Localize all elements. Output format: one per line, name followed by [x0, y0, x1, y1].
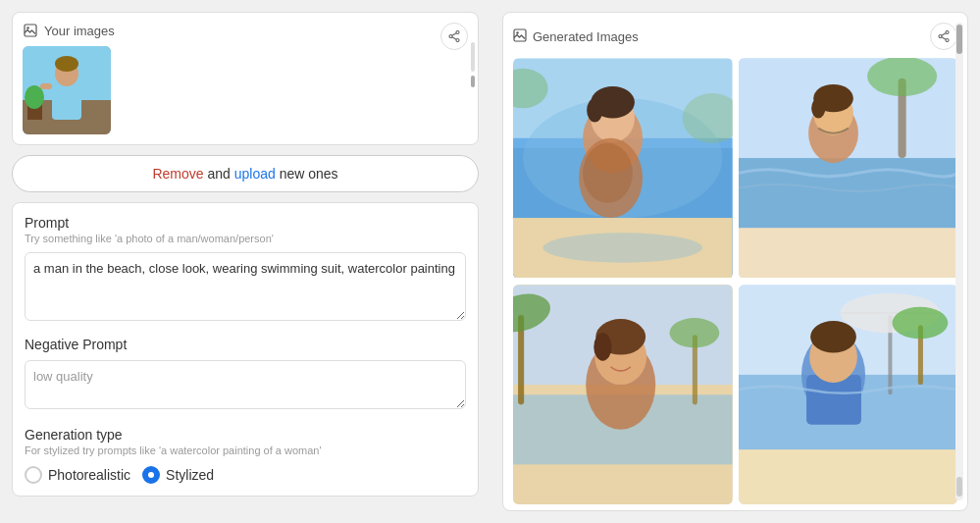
svg-point-41: [867, 58, 937, 96]
and-text: and: [207, 166, 233, 182]
svg-point-57: [593, 333, 611, 360]
svg-rect-12: [40, 83, 52, 89]
svg-point-3: [456, 39, 459, 42]
svg-point-4: [449, 35, 452, 38]
upload-text: upload: [234, 166, 276, 182]
uploaded-images-grid: [23, 46, 468, 134]
generation-type-label: Generation type: [25, 427, 466, 443]
prompt-textarea[interactable]: a man in the beach, close look, wearing …: [25, 252, 466, 321]
stylized-option[interactable]: Stylized: [142, 466, 214, 484]
svg-point-35: [542, 233, 702, 262]
svg-point-17: [946, 31, 949, 34]
share-button[interactable]: [440, 23, 468, 50]
photorealistic-option[interactable]: Photorealistic: [25, 466, 130, 484]
generated-image-3: [513, 285, 733, 505]
generated-images-section: Generated Images: [502, 12, 968, 511]
svg-point-11: [55, 56, 78, 72]
svg-point-69: [810, 321, 856, 353]
generated-images-label: Generated Images: [533, 29, 639, 44]
generated-image-1: [513, 58, 733, 279]
prompt-label: Prompt: [25, 215, 466, 231]
svg-point-2: [456, 31, 459, 34]
svg-point-32: [583, 143, 633, 203]
svg-point-18: [946, 39, 949, 42]
svg-point-45: [811, 98, 825, 118]
prompt-hint: Try something like 'a photo of a man/wom…: [25, 233, 466, 244]
svg-point-19: [939, 35, 942, 38]
prompt-settings-section: Prompt Try something like 'a photo of a …: [12, 202, 479, 497]
remove-text: Remove: [152, 166, 207, 182]
svg-point-65: [892, 306, 948, 339]
generated-scrollbar[interactable]: [955, 23, 963, 500]
svg-point-16: [516, 31, 518, 33]
generated-share-button[interactable]: [930, 23, 957, 50]
svg-line-21: [942, 37, 946, 40]
generated-images-grid: [513, 58, 957, 504]
generated-images-header: Generated Images: [513, 23, 957, 50]
photorealistic-radio[interactable]: [25, 466, 42, 484]
svg-rect-61: [739, 449, 958, 504]
remove-upload-button[interactable]: Remove and upload new ones: [12, 155, 479, 192]
generated-images-title: Generated Images: [513, 28, 639, 45]
new-ones-text: new ones: [280, 166, 338, 182]
uploaded-image-thumb: [23, 46, 111, 134]
svg-point-30: [587, 98, 602, 122]
svg-rect-39: [739, 228, 958, 278]
svg-line-6: [452, 37, 456, 40]
generated-image-4: [739, 285, 958, 505]
stylized-radio[interactable]: [142, 466, 160, 484]
photorealistic-label: Photorealistic: [48, 467, 130, 483]
generated-image-icon: [513, 28, 527, 45]
svg-point-14: [25, 85, 44, 109]
image-icon: [23, 23, 38, 38]
svg-line-5: [452, 33, 456, 36]
images-section-title: Your images: [44, 24, 115, 38]
right-panel: Generated Images: [490, 0, 980, 523]
svg-point-1: [26, 26, 28, 28]
left-panel: Your images: [0, 0, 490, 523]
images-section: Your images: [12, 12, 479, 145]
images-section-header: Your images: [23, 23, 468, 38]
svg-point-53: [669, 318, 719, 347]
negative-prompt-label: Negative Prompt: [25, 337, 466, 352]
generation-type-radio-group: Photorealistic Stylized: [25, 466, 466, 484]
generated-image-2: [739, 58, 958, 279]
svg-line-20: [942, 33, 946, 36]
negative-prompt-textarea[interactable]: low quality: [25, 360, 466, 409]
generation-type-hint: For stylized try prompts like 'a waterco…: [25, 445, 466, 456]
stylized-label: Stylized: [166, 467, 214, 483]
